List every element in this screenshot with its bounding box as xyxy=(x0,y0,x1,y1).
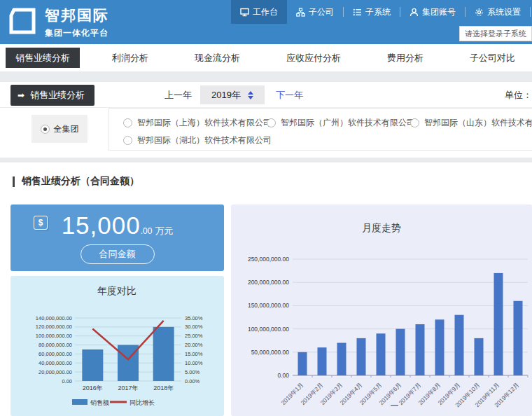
nav-item-subsystem[interactable]: 子系统 xyxy=(344,0,400,24)
svg-text:年度对比: 年度对比 xyxy=(97,285,136,296)
next-year-link[interactable]: 下一年 xyxy=(276,89,303,102)
scope-radio-all-group[interactable]: 全集团 xyxy=(31,115,88,143)
settings-gear-icon xyxy=(475,8,484,17)
radio-selected-icon xyxy=(41,125,50,134)
svg-text:60,000,000.00: 60,000,000.00 xyxy=(38,351,72,357)
svg-text:0.00: 0.00 xyxy=(62,378,72,384)
radio-icon xyxy=(123,118,132,127)
filter-panel: ➡ 销售业绩分析 上一年 2019年 下一年 单位： 全集团 xyxy=(0,82,532,158)
section-button[interactable]: ➡ 销售业绩分析 xyxy=(10,85,94,106)
svg-text:120,000,000.00: 120,000,000.00 xyxy=(36,324,72,330)
nav-label: 集团账号 xyxy=(422,6,456,18)
company-radio-shandong[interactable]: 智邦国际（山东）软件技术有限公司 xyxy=(410,117,532,129)
company-label: 智邦国际（广州）软件技术有限公司 xyxy=(281,117,415,129)
nav-item-subsidiary[interactable]: 子公司 xyxy=(287,0,343,24)
svg-text:销售额: 销售额 xyxy=(90,399,109,406)
group-account-icon xyxy=(410,8,419,17)
tab-profit[interactable]: 利润分析 xyxy=(98,48,162,68)
scope-radio-label: 全集团 xyxy=(54,123,79,135)
filter-row-scope: 全集团 智邦国际（上海）软件技术有限公司 智邦国际（广州）软件技术有限公司 智邦… xyxy=(0,108,532,157)
nav-label: 工作台 xyxy=(253,6,278,18)
svg-text:20,000,000.00: 20,000,000.00 xyxy=(38,369,72,375)
year-navigation: 上一年 2019年 下一年 xyxy=(164,85,303,104)
logo-icon xyxy=(7,7,36,38)
year-select[interactable]: 2019年 xyxy=(200,85,265,104)
svg-text:150,000,000.00: 150,000,000.00 xyxy=(248,302,289,309)
annual-comparison-chart: 年度对比0.0020,000,000.0040,000,000.0060,000… xyxy=(10,276,224,416)
nav-item-group-account[interactable]: 集团账号 xyxy=(400,0,465,24)
radio-icon xyxy=(267,118,276,127)
contract-amount-card: $ 15,000.00万元 合同金额 xyxy=(10,204,224,271)
filter-row-year: ➡ 销售业绩分析 上一年 2019年 下一年 单位： xyxy=(0,82,532,108)
tab-sales-performance[interactable]: 销售业绩分析 xyxy=(6,48,80,68)
svg-text:月度走势: 月度走势 xyxy=(362,222,401,233)
svg-text:15.00%: 15.00% xyxy=(185,351,203,357)
company-radio-hubei[interactable]: 智邦国际（湖北）软件技术有限公司 xyxy=(123,134,267,146)
company-row: 智邦国际（湖北）软件技术有限公司 xyxy=(123,134,532,146)
nav-label: 子公司 xyxy=(309,6,334,18)
arrow-right-icon: ➡ xyxy=(18,90,24,100)
svg-text:2017年: 2017年 xyxy=(118,384,138,391)
brand-subtitle: 集团一体化平台 xyxy=(45,27,109,39)
tab-cashflow[interactable]: 现金流分析 xyxy=(181,48,254,68)
svg-text:140,000,000.00: 140,000,000.00 xyxy=(36,315,72,321)
svg-text:25.00%: 25.00% xyxy=(185,333,203,339)
company-radio-group: 智邦国际（上海）软件技术有限公司 智邦国际（广州）软件技术有限公司 智邦国际（山… xyxy=(108,108,532,151)
nav-item-settings[interactable]: 系统设置 xyxy=(465,0,530,24)
svg-text:100,000,000.00: 100,000,000.00 xyxy=(248,326,289,333)
nav-item-workbench[interactable]: 工作台 xyxy=(231,0,287,24)
monthly-trend-chart: 月度走势0.0050,000,000.00100,000,000.00150,0… xyxy=(231,204,532,416)
svg-text:同比增长: 同比增长 xyxy=(130,399,155,406)
svg-text:2018年: 2018年 xyxy=(153,384,174,391)
unit-label: 单位： xyxy=(505,89,532,102)
company-label: 智邦国际（湖北）软件技术有限公司 xyxy=(137,134,272,146)
subsidiary-icon xyxy=(296,8,305,17)
workbench-icon xyxy=(240,8,249,17)
company-row: 智邦国际（上海）软件技术有限公司 智邦国际（广州）软件技术有限公司 智邦国际（山… xyxy=(123,117,532,129)
svg-text:40,000,000.00: 40,000,000.00 xyxy=(38,360,72,366)
svg-text:50,000,000.00: 50,000,000.00 xyxy=(251,349,290,356)
year-select-value: 2019年 xyxy=(211,89,241,102)
tab-receivable-payable[interactable]: 应收应付分析 xyxy=(272,48,355,68)
company-label: 智邦国际（山东）软件技术有限公司 xyxy=(424,117,532,129)
title-tick-bar xyxy=(13,176,15,187)
top-nav: 工作台 子公司 子系统 集团账号 xyxy=(231,0,531,24)
nav-separator xyxy=(530,7,531,17)
svg-text:35.00%: 35.00% xyxy=(185,315,203,321)
svg-text:0.00%: 0.00% xyxy=(185,378,200,384)
app-window: 智邦国际 集团一体化平台 工作台 子公司 xyxy=(0,0,532,416)
login-subsystem-button[interactable]: 请选择登录子系统 xyxy=(459,26,532,41)
subsystem-icon xyxy=(353,8,362,17)
radio-icon xyxy=(410,118,419,127)
section-title: 销售业绩分析（合同金额） xyxy=(13,175,139,188)
svg-text:10.00%: 10.00% xyxy=(185,360,203,366)
svg-text:30.00%: 30.00% xyxy=(185,324,203,330)
section-title-text: 销售业绩分析（合同金额） xyxy=(22,175,139,188)
brand-title: 智邦国际 xyxy=(45,6,109,25)
company-radio-guangzhou[interactable]: 智邦国际（广州）软件技术有限公司 xyxy=(267,117,410,129)
nav-label: 系统设置 xyxy=(487,6,521,18)
svg-text:250,000,000.00: 250,000,000.00 xyxy=(248,256,289,263)
svg-text:80,000,000.00: 80,000,000.00 xyxy=(38,342,72,348)
svg-text:5.00%: 5.00% xyxy=(185,369,200,375)
svg-text:0.00: 0.00 xyxy=(277,372,289,379)
tab-expense[interactable]: 费用分析 xyxy=(373,48,438,68)
tab-bar: 销售业绩分析 利润分析 现金流分析 应收应付分析 费用分析 子公司对比 xyxy=(0,44,532,71)
tab-subsidiary-compare[interactable]: 子公司对比 xyxy=(456,48,529,68)
company-radio-shanghai[interactable]: 智邦国际（上海）软件技术有限公司 xyxy=(123,117,267,129)
svg-text:100,000,000.00: 100,000,000.00 xyxy=(36,333,72,339)
svg-text:200,000,000.00: 200,000,000.00 xyxy=(248,279,289,286)
svg-text:20.00%: 20.00% xyxy=(185,342,203,348)
spinner-updown-icon[interactable] xyxy=(248,91,253,99)
header: 智邦国际 集团一体化平台 工作台 子公司 xyxy=(0,0,532,44)
company-label: 智邦国际（上海）软件技术有限公司 xyxy=(137,117,272,129)
contract-amount-value: 15,000.00万元 xyxy=(10,212,224,240)
svg-text:2016年: 2016年 xyxy=(83,384,103,391)
contract-amount-button[interactable]: 合同金额 xyxy=(80,244,155,264)
brand-text: 智邦国际 集团一体化平台 xyxy=(45,6,109,39)
prev-year-link[interactable]: 上一年 xyxy=(164,89,192,102)
section-button-label: 销售业绩分析 xyxy=(30,89,85,102)
nav-label: 子系统 xyxy=(365,6,391,18)
main-content: 销售业绩分析（合同金额） $ 15,000.00万元 合同金额 年度对比0.00… xyxy=(0,162,532,416)
brand: 智邦国际 集团一体化平台 xyxy=(7,6,109,39)
